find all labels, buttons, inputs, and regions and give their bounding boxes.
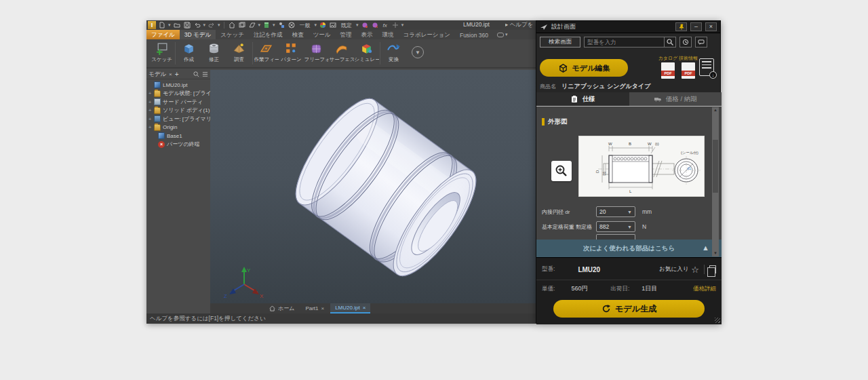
panel-close-button[interactable]: × (705, 22, 717, 31)
load-rating-dropdown[interactable]: 882▼ (596, 221, 635, 232)
ribbon-tab-tools[interactable]: ツール (309, 30, 336, 39)
browser-close-icon[interactable]: × (169, 71, 172, 77)
browser-tab-model[interactable]: モデル (149, 71, 166, 79)
sketch-button[interactable]: スケッチ (149, 39, 174, 67)
browser-search-icon[interactable] (193, 71, 199, 77)
browser-menu-icon[interactable] (202, 71, 208, 77)
scrollbar-thumb[interactable] (713, 140, 718, 193)
ribbon-tab-annotate[interactable]: 注記を作成 (249, 30, 288, 39)
ribbon-tab-3d-model[interactable]: 3D モデル (180, 30, 216, 39)
clear-sphere-icon[interactable] (371, 21, 379, 29)
sketch-plane-caret[interactable]: ▾ (258, 22, 261, 28)
tree-item-third-party[interactable]: +サード パーティ (148, 98, 210, 107)
browser-add-icon[interactable]: + (175, 71, 179, 78)
model-edit-button[interactable]: モデル編集 (540, 59, 628, 77)
color-wheel-icon[interactable] (319, 21, 327, 29)
ribbon-tab-file[interactable]: ファイル (146, 30, 180, 39)
appearance-preset-dropdown[interactable]: 既定 (339, 22, 354, 29)
clipped-dropdown[interactable] (596, 234, 635, 240)
work-features-button[interactable]: 作業フィー... (254, 39, 279, 67)
simulation-button[interactable]: シミュレー... (354, 39, 379, 67)
convert-button[interactable]: 変換 (381, 39, 406, 67)
new-file-icon[interactable] (158, 21, 166, 29)
appearance-image-icon[interactable] (329, 21, 337, 29)
ribbon-tab-inspect[interactable]: 検査 (288, 30, 309, 39)
pin-button[interactable] (675, 22, 687, 31)
tree-item-root[interactable]: LMU20.ipt (148, 81, 210, 90)
star-icon[interactable]: ☆ (691, 265, 699, 274)
diagram-zoom-button[interactable] (551, 161, 572, 181)
ribbon-tab-manage[interactable]: 管理 (336, 30, 357, 39)
tab-part1[interactable]: Part1× (300, 303, 329, 314)
favorite-button[interactable]: お気に入り ☆ (659, 265, 699, 274)
feedback-button[interactable] (695, 37, 707, 48)
redo-caret[interactable]: ▾ (218, 22, 220, 28)
history-button[interactable] (679, 37, 692, 48)
redo-icon[interactable] (208, 21, 216, 29)
ribbon-tab-fusion360[interactable]: Fusion 360 (455, 30, 493, 39)
copy-icon[interactable] (709, 265, 716, 273)
appearance-preset-caret[interactable]: ▾ (356, 22, 359, 28)
ribbon-tab-collaborate[interactable]: コラボレーション (399, 30, 455, 39)
material-preset-dropdown[interactable]: 一般 (298, 22, 313, 29)
scroll-up-icon[interactable]: ▲ (712, 107, 719, 113)
tree-item-solid-bodies[interactable]: +ソリッド ボディ(1) (148, 107, 210, 115)
tab-spec[interactable]: 仕様 (536, 92, 629, 106)
no-material-icon[interactable] (288, 21, 296, 29)
adjust-sphere-icon[interactable] (361, 21, 369, 29)
create-button[interactable]: 作成 (176, 39, 201, 67)
material-caret[interactable]: ▾ (273, 22, 275, 28)
tree-item-origin[interactable]: +Origin (148, 124, 210, 132)
parameters-icon[interactable] (277, 21, 285, 29)
measure-plus-icon[interactable] (391, 21, 399, 29)
inventor-logo-icon[interactable]: I (148, 21, 156, 29)
spec-document-icon[interactable]: ↓ (699, 58, 714, 76)
ribbon-tab-environments[interactable]: 環境 (378, 30, 399, 39)
ribbon-tab-sketch[interactable]: スケッチ (216, 30, 249, 39)
close-tab-icon[interactable]: × (321, 305, 325, 311)
new-file-caret[interactable]: ▾ (168, 22, 171, 28)
catalog-pdf-group[interactable]: カタログ (656, 55, 679, 79)
tab-home[interactable]: ホーム (264, 303, 299, 314)
next-parts-bar[interactable]: 次によく使われる部品はこちら ▲ (536, 240, 722, 257)
tree-item-end-of-part[interactable]: ×パーツの終端 (148, 140, 210, 149)
expand-up-icon[interactable]: ▲ (702, 244, 709, 252)
qat-customize-caret[interactable]: ▾ (401, 22, 404, 28)
tab-price-delivery[interactable]: 価格 / 納期 (629, 92, 722, 106)
help-search-hint[interactable]: ▸ ヘルプを (505, 21, 536, 29)
tree-item-view[interactable]: +ビュー: [プライマリ] (148, 115, 210, 124)
inspect-button[interactable]: 調査 (226, 39, 252, 67)
save-icon[interactable] (183, 21, 191, 29)
undo-icon[interactable] (193, 21, 201, 29)
ribbon-collapse-button[interactable]: ▼ (412, 46, 424, 58)
inner-diameter-dropdown[interactable]: 20▼ (596, 206, 635, 217)
part-number-input[interactable] (584, 37, 664, 48)
modify-button[interactable]: 修正 (201, 39, 226, 67)
material-preset-caret[interactable]: ▾ (315, 22, 317, 28)
ribbon-display-toggle[interactable]: ▾ (497, 30, 508, 39)
sketch-plane-icon[interactable] (248, 21, 256, 29)
search-screen-button[interactable]: 検索画面 (540, 37, 580, 48)
resize-grip[interactable] (715, 318, 720, 323)
search-button[interactable] (664, 37, 676, 48)
material-icon[interactable] (262, 21, 271, 29)
pattern-button[interactable]: パターン (279, 39, 304, 67)
tab-lmu20[interactable]: LMU20.ipt× (330, 303, 370, 314)
ribbon-tab-view[interactable]: 表示 (357, 30, 378, 39)
open-icon[interactable] (173, 21, 181, 29)
minimize-button[interactable]: – (690, 22, 702, 31)
price-detail-link[interactable]: 価格詳細 (693, 285, 716, 293)
fx-parameters-button[interactable]: fx (381, 22, 389, 28)
generate-model-button[interactable]: モデル生成 (553, 300, 705, 318)
home-icon[interactable] (228, 21, 236, 29)
tech-info-pdf-icon[interactable] (682, 62, 695, 79)
tech-info-pdf-group[interactable]: 技術情報 (677, 55, 700, 79)
surface-button[interactable]: サーフェス (329, 39, 354, 67)
undo-caret[interactable]: ▾ (203, 22, 206, 28)
tree-item-base1[interactable]: Base1 (148, 132, 210, 140)
close-tab-icon[interactable]: × (363, 305, 366, 311)
return-icon[interactable] (238, 21, 246, 29)
tree-item-model-states[interactable]: +モデル状態: [プライマリ] (148, 90, 210, 98)
scroll-down-icon[interactable]: ▼ (712, 250, 719, 256)
panel-scrollbar[interactable]: ▲ ▼ (712, 107, 719, 256)
